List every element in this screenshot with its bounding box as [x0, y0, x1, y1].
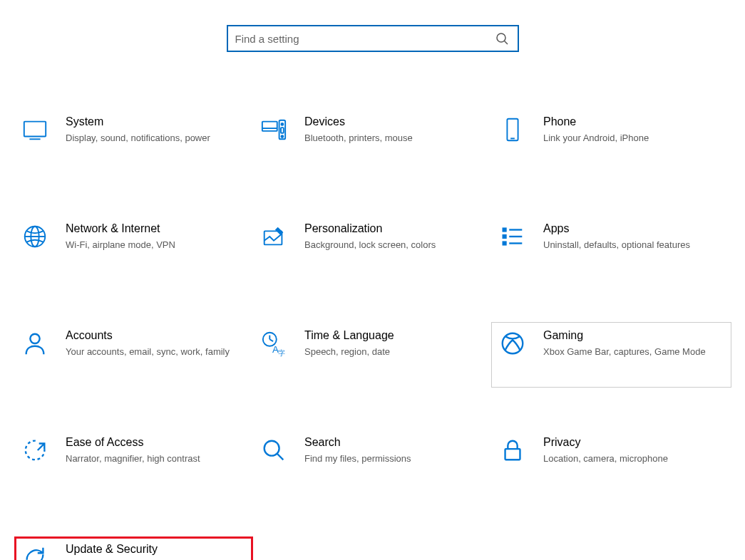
tile-desc: Uninstall, defaults, optional features: [543, 239, 716, 252]
tile-gaming[interactable]: Gaming Xbox Game Bar, captures, Game Mod…: [492, 323, 731, 387]
tile-accounts[interactable]: Accounts Your accounts, email, sync, wor…: [14, 323, 253, 387]
tile-time-language[interactable]: A 字 Time & Language Speech, region, date: [253, 323, 492, 387]
svg-line-25: [269, 339, 273, 341]
search-box[interactable]: [227, 25, 519, 52]
tile-desc: Your accounts, email, sync, work, family: [66, 346, 239, 359]
svg-rect-2: [24, 122, 46, 137]
tile-personalization[interactable]: Personalization Background, lock screen,…: [253, 216, 492, 280]
xbox-icon: [499, 330, 526, 357]
search-container: [0, 0, 745, 73]
svg-text:字: 字: [278, 349, 285, 357]
tile-search[interactable]: Search Find my files, permissions: [253, 430, 492, 494]
ease-of-access-icon: [21, 437, 48, 464]
tile-title: Gaming: [543, 328, 716, 343]
lock-icon: [499, 437, 526, 464]
system-icon: [21, 116, 48, 143]
tile-system[interactable]: System Display, sound, notifications, po…: [14, 109, 253, 173]
magnifier-icon: [260, 437, 287, 464]
search-input[interactable]: [235, 33, 493, 45]
tile-title: Personalization: [304, 222, 478, 236]
tile-desc: Link your Android, iPhone: [543, 132, 716, 145]
tile-desc: Bluetooth, printers, mouse: [304, 132, 478, 145]
svg-line-1: [504, 41, 508, 45]
sync-icon: [21, 544, 48, 560]
svg-point-8: [281, 135, 283, 138]
tile-title: Time & Language: [304, 328, 478, 343]
tile-desc: Speech, region, date: [304, 346, 478, 359]
tile-title: Phone: [543, 115, 716, 129]
tile-title: System: [66, 115, 239, 129]
tile-desc: Xbox Game Bar, captures, Game Mode: [543, 346, 716, 359]
svg-point-22: [30, 334, 39, 343]
svg-rect-31: [505, 449, 520, 460]
svg-rect-10: [507, 119, 518, 140]
devices-icon: [260, 116, 287, 143]
svg-rect-16: [503, 229, 506, 232]
time-language-icon: A 字: [260, 330, 287, 357]
tile-title: Devices: [304, 115, 478, 129]
tile-desc: Display, sound, notifications, power: [66, 132, 239, 145]
tile-ease-of-access[interactable]: Ease of Access Narrator, magnifier, high…: [14, 430, 253, 494]
tile-title: Privacy: [543, 435, 716, 450]
tile-network[interactable]: Network & Internet Wi-Fi, airplane mode,…: [14, 216, 253, 280]
tile-title: Search: [304, 435, 478, 450]
tile-title: Apps: [543, 222, 716, 236]
svg-point-28: [503, 333, 523, 354]
svg-point-29: [264, 441, 279, 456]
tile-update-security[interactable]: Update & Security Windows Update, recove…: [14, 536, 253, 560]
svg-rect-9: [281, 128, 284, 133]
tile-title: Accounts: [66, 328, 239, 343]
tile-title: Network & Internet: [66, 222, 239, 236]
paint-icon: [260, 223, 287, 250]
tile-desc: Find my files, permissions: [304, 452, 478, 466]
svg-point-0: [497, 33, 505, 42]
settings-grid: System Display, sound, notifications, po…: [0, 73, 745, 560]
svg-point-7: [281, 123, 283, 125]
svg-rect-4: [262, 122, 277, 131]
tile-privacy[interactable]: Privacy Location, camera, microphone: [492, 430, 731, 494]
tile-desc: Narrator, magnifier, high contrast: [66, 452, 239, 466]
tile-title: Update & Security: [66, 542, 239, 556]
apps-icon: [499, 223, 526, 250]
search-icon[interactable]: [493, 30, 510, 47]
tile-phone[interactable]: Phone Link your Android, iPhone: [492, 109, 731, 173]
tile-devices[interactable]: Devices Bluetooth, printers, mouse: [253, 109, 492, 173]
tile-title: Ease of Access: [66, 435, 239, 450]
phone-icon: [499, 116, 526, 143]
svg-rect-17: [503, 235, 506, 238]
tile-desc: Location, camera, microphone: [543, 452, 716, 466]
tile-desc: Wi-Fi, airplane mode, VPN: [66, 239, 239, 252]
tile-apps[interactable]: Apps Uninstall, defaults, optional featu…: [492, 216, 731, 280]
svg-line-30: [277, 454, 284, 460]
tile-desc: Background, lock screen, colors: [304, 239, 478, 252]
globe-icon: [21, 223, 48, 250]
svg-rect-18: [503, 242, 506, 245]
person-icon: [21, 330, 48, 357]
